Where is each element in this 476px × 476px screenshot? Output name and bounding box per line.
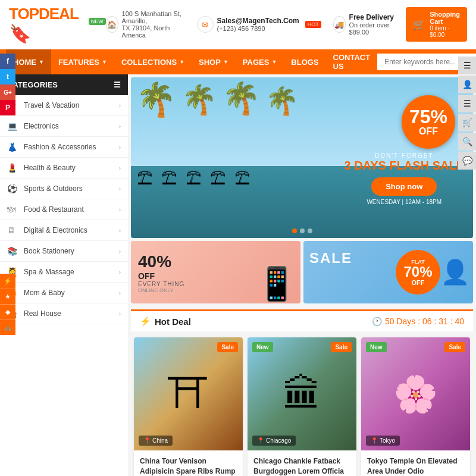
phone-emoji: 📱 [256, 265, 298, 303]
cat-arrow: › [119, 206, 121, 213]
mini-label: EVERY THING [138, 280, 184, 287]
umbrella-4: ⛱ [210, 169, 226, 187]
tree-4: 🌴 [265, 85, 299, 163]
mini-banner-flat-sale[interactable]: SALE FLAT 70% OFF 👤 [303, 241, 473, 303]
mini-percent: 40% [138, 252, 184, 271]
product-info-3: Tokyo Temple On Elevated Area Under Odio… [361, 450, 470, 476]
location-3: 📍 Tokyo [366, 436, 400, 446]
email-address: Sales@MagenTech.Com [217, 17, 299, 25]
cat-mom[interactable]: 👶Mom & Baby› [0, 283, 128, 303]
list-right-icon[interactable]: ☰ [458, 95, 476, 112]
hot-deal-bar: ⚡ Hot Deal 🕐 50 Days : 06 : 31 : 40 [131, 309, 473, 331]
cat-book[interactable]: 📚Book Stationery› [0, 241, 128, 262]
logo-black: TOP [9, 5, 39, 23]
sale-badge-2: Sale [331, 342, 352, 352]
digital-icon: 🖥 [7, 226, 19, 235]
strip-cycle[interactable]: 🚲 [0, 320, 15, 335]
cat-travel[interactable]: 🧳Travel & Vacation› [0, 95, 128, 116]
right-content: 🌴 🌴 🌴 🌴 ⛱ ⛱ ⛱ ⛱ ⛱ [128, 74, 476, 476]
strip-star[interactable]: ★ [0, 289, 15, 305]
dot-1[interactable] [292, 228, 297, 233]
umbrella-1: ⛱ [137, 169, 152, 187]
cat-label: Mom & Baby [24, 289, 65, 297]
flat-percent: 70% [403, 265, 432, 279]
nav-contact[interactable]: CONTACT US [326, 49, 378, 74]
search-right-icon[interactable]: 🔍 [458, 133, 476, 151]
product-info-2: Chicago Chankle Fatback Burgdoggen Lorem… [248, 450, 356, 476]
mini-banner-sale[interactable]: 40% OFF EVERY THING ONLINE ONLY 📱 [131, 241, 300, 303]
pinterest-button[interactable]: P [0, 100, 15, 115]
twitter-button[interactable]: t [0, 69, 15, 84]
facebook-button[interactable]: f [0, 54, 15, 69]
cat-arrow: › [119, 102, 121, 109]
flat-off: OFF [412, 279, 425, 286]
banner-discount-badge: 75% OFF [402, 95, 455, 149]
cat-food[interactable]: 🍽Food & Restaurant› [0, 199, 128, 220]
nav-pages[interactable]: PAGES ▼ [236, 49, 284, 74]
cat-label: Digital & Electronics [24, 226, 87, 234]
shop-now-button[interactable]: Shop now [371, 177, 437, 196]
product-title-2: Chicago Chankle Fatback Burgdoggen Lorem… [253, 456, 350, 476]
cat-sports[interactable]: ⚽Sports & Outdoors› [0, 178, 128, 199]
dot-3[interactable] [308, 228, 312, 233]
sale-text: SALE [309, 250, 352, 267]
cat-arrow: › [119, 144, 121, 151]
strip-diamond[interactable]: ◆ [0, 305, 15, 320]
mini-sub: ONLINE ONLY [138, 287, 184, 293]
user-right-icon[interactable]: 👤 [458, 76, 476, 93]
parliament-icon: 🏛 [283, 372, 321, 416]
home-icon: 🏠 [106, 16, 118, 33]
umbrella-2: ⛱ [161, 169, 177, 187]
model-area: 👤 [440, 244, 470, 300]
mini-off: OFF [138, 271, 184, 280]
product-image-2: 🏛 New Sale 📍 Chiacago [248, 337, 356, 450]
strip-lightning[interactable]: ⚡ [0, 274, 15, 289]
cat-fashion[interactable]: 👗Fashion & Accessories› [0, 137, 128, 158]
address-line1: 100 S Manhattan St, Amarillo, [122, 10, 185, 24]
categories-header: CATEGORIES ☰ [0, 74, 128, 95]
googleplus-button[interactable]: G+ [0, 84, 15, 100]
flash-sale-text: 3 DAYS FLASH SALE [344, 159, 464, 173]
location-2: 📍 Chiacago [252, 436, 296, 446]
new-badge-2: New [252, 342, 273, 352]
tree-2: 🌴 [181, 83, 217, 163]
nav-blogs[interactable]: BLOGS [284, 49, 325, 74]
cat-arrow: › [119, 165, 121, 171]
hot-badge: HOT [305, 21, 321, 28]
flat-sale-circle: FLAT 70% OFF [396, 250, 440, 295]
cat-label: Sports & Outdoors [24, 184, 83, 193]
logo[interactable]: TOPDEAL 🔖 NEW [9, 5, 106, 44]
product-title-3: Tokyo Temple On Elevated Area Under Odio… [367, 456, 464, 476]
delivery-line2: On order over $89.00 [349, 21, 394, 36]
banner-text-area: DON'T FORGET 3 DAYS FLASH SALE Shop now … [344, 152, 464, 205]
health-icon: 💄 [7, 163, 19, 173]
nav-shop[interactable]: SHOP ▼ [192, 49, 236, 74]
chat-right-icon[interactable]: 💬 [458, 152, 476, 170]
cat-digital[interactable]: 🖥Digital & Electronics› [0, 220, 128, 241]
cat-electronics[interactable]: 💻Electronics› [0, 116, 128, 137]
new-badge-3: New [366, 342, 387, 352]
cart-label: Shopping Cart [430, 11, 460, 25]
cat-arrow: › [119, 311, 121, 317]
dot-2[interactable] [300, 228, 305, 233]
cart-right-icon[interactable]: 🛒 [458, 114, 476, 131]
cat-spa[interactable]: 💆Spa & Massage› [0, 262, 128, 283]
logo-orange: DEAL [39, 5, 78, 23]
cat-label: Electronics [24, 122, 59, 130]
cat-label: Real House [24, 309, 61, 318]
filter-icon: ☰ [114, 80, 121, 89]
nav-collections[interactable]: COLLECTIONS ▼ [114, 49, 192, 74]
right-side-icons: ☰ 👤 ☰ 🛒 🔍 💬 [458, 57, 476, 170]
umbrella-5: ⛱ [234, 169, 250, 187]
menu-right-icon[interactable]: ☰ [458, 57, 476, 74]
sidebar: CATEGORIES ☰ 🧳Travel & Vacation› 💻Electr… [0, 74, 128, 476]
cat-house[interactable]: 🏠Real House› [0, 303, 128, 324]
nav-features[interactable]: FEATURES ▼ [51, 49, 114, 74]
cat-health[interactable]: 💄Health & Beauty› [0, 158, 128, 178]
fashion-icon: 👗 [7, 142, 19, 152]
product-card-1: ⛩ Sale 📍 China China Tour Venison Adipis… [134, 337, 243, 476]
cat-arrow: › [119, 290, 121, 296]
cart-button[interactable]: 🛒 Shopping Cart 0 item - $0.00 [406, 7, 467, 42]
main-banner: 🌴 🌴 🌴 🌴 ⛱ ⛱ ⛱ ⛱ ⛱ [131, 77, 473, 238]
lightning-icon: ⚡ [140, 316, 151, 327]
